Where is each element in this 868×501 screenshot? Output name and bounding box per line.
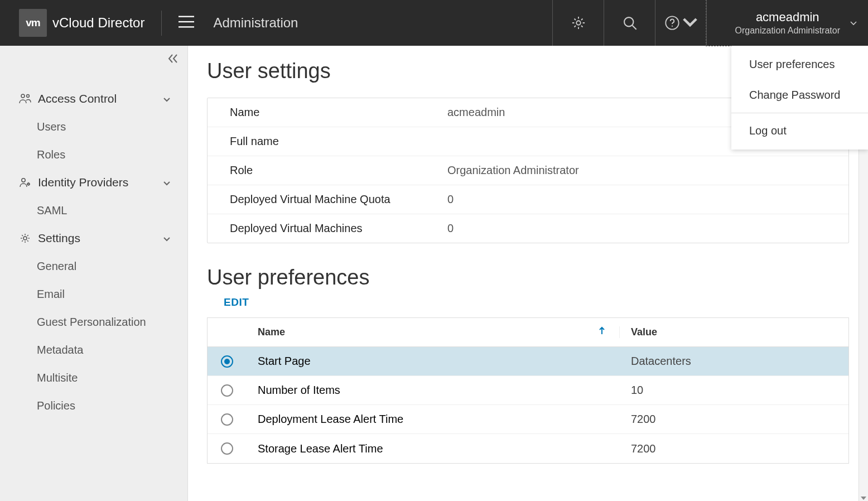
- info-label: Deployed Virtual Machines: [230, 222, 447, 235]
- page-title-user-preferences: User preferences: [207, 266, 849, 290]
- info-value: 0: [447, 193, 826, 206]
- table-header: Name Value: [208, 318, 848, 347]
- sidebar-group-identity-providers[interactable]: Identity Providers: [0, 168, 187, 196]
- pref-value: 10: [620, 384, 848, 397]
- column-header-name[interactable]: Name: [258, 326, 285, 338]
- sidebar-group-access-control[interactable]: Access Control: [0, 85, 187, 113]
- svg-point-7: [672, 26, 673, 27]
- gear-icon: [571, 15, 586, 31]
- info-label: Full name: [230, 135, 447, 148]
- divider: [731, 113, 868, 113]
- user-dropdown: User preferences Change Password Log out: [731, 46, 868, 150]
- app-title: vCloud Director: [52, 15, 144, 31]
- svg-point-4: [624, 17, 633, 26]
- group-icon: [19, 177, 32, 188]
- table-row[interactable]: Storage Lease Alert Time7200: [208, 434, 848, 463]
- info-row: Deployed Virtual Machines0: [208, 214, 848, 243]
- group-icon: [19, 93, 32, 104]
- svg-line-5: [633, 26, 636, 30]
- sidebar-item-policies[interactable]: Policies: [0, 392, 187, 420]
- sidebar-item-guest-personalization[interactable]: Guest Personalization: [0, 308, 187, 336]
- user-name: acmeadmin: [756, 10, 819, 25]
- chevron-down-icon: [163, 232, 171, 245]
- dropdown-item-log-out[interactable]: Log out: [731, 115, 868, 146]
- table-row[interactable]: Deployment Lease Alert Time7200: [208, 405, 848, 434]
- svg-point-3: [576, 21, 580, 25]
- sidebar-group-settings[interactable]: Settings: [0, 224, 187, 252]
- settings-button[interactable]: [552, 0, 604, 46]
- sidebar-item-roles[interactable]: Roles: [0, 141, 187, 168]
- chevron-down-icon: [682, 15, 698, 31]
- sidebar-item-email[interactable]: Email: [0, 280, 187, 308]
- user-role: Organization Administrator: [735, 26, 840, 36]
- divider: [161, 11, 162, 36]
- chevron-down-icon: [163, 176, 171, 189]
- pref-name: Storage Lease Alert Time: [247, 442, 620, 455]
- dropdown-item-change-password[interactable]: Change Password: [731, 80, 868, 110]
- group-label: Access Control: [38, 92, 163, 105]
- dropdown-item-user-preferences[interactable]: User preferences: [731, 49, 868, 80]
- search-icon: [622, 15, 638, 31]
- sidebar-collapse-button[interactable]: [167, 54, 179, 66]
- svg-point-9: [27, 95, 30, 98]
- radio-button[interactable]: [221, 413, 233, 426]
- radio-button[interactable]: [221, 442, 233, 455]
- chevron-double-left-icon: [167, 54, 179, 64]
- info-label: Name: [230, 106, 447, 119]
- pref-name: Deployment Lease Alert Time: [247, 413, 620, 426]
- edit-button[interactable]: EDIT: [224, 296, 249, 309]
- sidebar-item-saml[interactable]: SAML: [0, 196, 187, 224]
- pref-name: Start Page: [247, 355, 620, 368]
- help-icon: [664, 15, 680, 31]
- section-title: Administration: [213, 15, 298, 31]
- sidebar-item-multisite[interactable]: Multisite: [0, 364, 187, 392]
- hamburger-icon: [179, 15, 194, 28]
- preferences-table: Name Value Start PageDatacentersNumber o…: [207, 317, 849, 464]
- sidebar-item-metadata[interactable]: Metadata: [0, 336, 187, 364]
- chevron-down-icon: [850, 21, 857, 26]
- group-label: Identity Providers: [38, 176, 163, 189]
- pref-value: 7200: [620, 413, 848, 426]
- chevron-down-icon: [163, 92, 171, 105]
- info-label: Role: [230, 164, 447, 177]
- app-logo: vm: [19, 9, 47, 37]
- sidebar-item-users[interactable]: Users: [0, 113, 187, 141]
- column-header-value[interactable]: Value: [631, 326, 657, 338]
- table-row[interactable]: Start PageDatacenters: [208, 347, 848, 376]
- help-button[interactable]: [655, 0, 706, 46]
- search-button[interactable]: [604, 0, 655, 46]
- radio-button[interactable]: [221, 384, 233, 397]
- svg-point-12: [23, 237, 27, 240]
- svg-point-8: [21, 94, 25, 98]
- info-row: RoleOrganization Administrator: [208, 156, 848, 185]
- pref-value: 7200: [620, 442, 848, 455]
- info-row: Deployed Virtual Machine Quota0: [208, 185, 848, 214]
- radio-button[interactable]: [221, 355, 233, 368]
- pref-name: Number of Items: [247, 384, 620, 397]
- group-label: Settings: [38, 232, 163, 245]
- info-value: Organization Administrator: [447, 164, 826, 177]
- menu-toggle-button[interactable]: [179, 15, 194, 31]
- header-bar: vm vCloud Director Administration: [0, 0, 868, 46]
- pref-value: Datacenters: [620, 355, 848, 368]
- info-value: 0: [447, 222, 826, 235]
- sidebar-item-general[interactable]: General: [0, 252, 187, 280]
- user-menu-button[interactable]: acmeadmin Organization Administrator: [706, 0, 868, 46]
- group-icon: [19, 232, 32, 244]
- sidebar: Access ControlUsersRolesIdentity Provide…: [0, 46, 188, 501]
- table-row[interactable]: Number of Items10: [208, 376, 848, 405]
- sort-asc-icon[interactable]: [598, 326, 606, 338]
- svg-point-10: [22, 179, 25, 182]
- info-label: Deployed Virtual Machine Quota: [230, 193, 447, 206]
